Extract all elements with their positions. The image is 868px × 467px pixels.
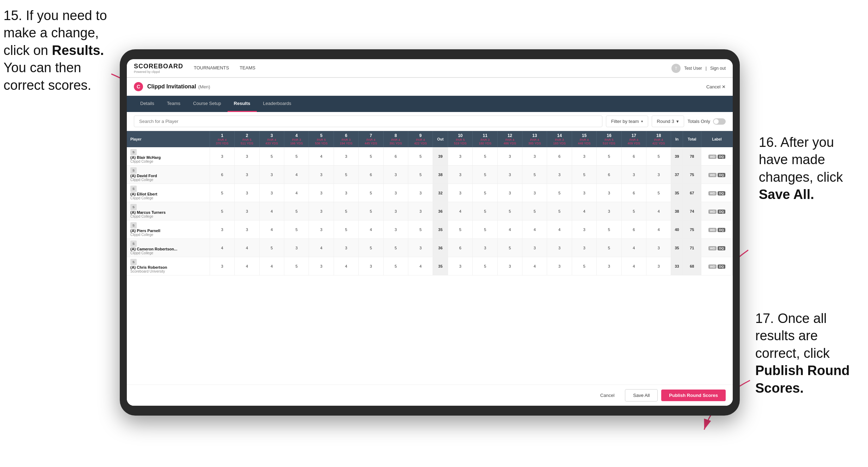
hole-score-14[interactable]: 5 <box>547 184 572 202</box>
hole-score-17[interactable]: 6 <box>621 220 646 239</box>
hole-score-1[interactable]: 3 <box>210 147 234 166</box>
hole-score-12[interactable]: 3 <box>497 257 522 275</box>
hole-score-18[interactable]: 5 <box>646 184 671 202</box>
hole-score-12[interactable]: 4 <box>497 220 522 239</box>
hole-score-11[interactable]: 5 <box>473 257 497 275</box>
sign-out-link[interactable]: Sign out <box>710 66 726 71</box>
dq-badge[interactable]: DQ <box>718 155 725 159</box>
nav-teams[interactable]: TEAMS <box>240 63 255 73</box>
hole-score-7[interactable]: 5 <box>359 147 383 166</box>
hole-score-2[interactable]: 3 <box>235 147 259 166</box>
hole-score-16[interactable]: 5 <box>597 220 621 239</box>
hole-score-1[interactable]: 5 <box>210 202 234 220</box>
hole-score-18[interactable]: 3 <box>646 166 671 184</box>
hole-score-10[interactable]: 4 <box>448 202 472 220</box>
dq-badge[interactable]: DQ <box>718 228 725 232</box>
wd-badge[interactable]: WD <box>708 173 717 177</box>
hole-score-11[interactable]: 3 <box>473 239 497 257</box>
hole-score-11[interactable]: 5 <box>473 147 497 166</box>
hole-score-5[interactable]: 4 <box>309 147 334 166</box>
hole-score-8[interactable]: 5 <box>383 239 408 257</box>
hole-score-12[interactable]: 3 <box>497 166 522 184</box>
hole-score-2[interactable]: 3 <box>235 184 259 202</box>
hole-score-12[interactable]: 5 <box>497 239 522 257</box>
hole-score-2[interactable]: 4 <box>235 239 259 257</box>
hole-score-7[interactable]: 6 <box>359 166 383 184</box>
hole-score-16[interactable]: 5 <box>597 239 621 257</box>
tab-leaderboards[interactable]: Leaderboards <box>257 96 298 112</box>
hole-score-4[interactable]: 5 <box>284 147 309 166</box>
wd-badge[interactable]: WD <box>708 191 717 195</box>
hole-score-3[interactable]: 4 <box>259 220 284 239</box>
tab-teams[interactable]: Teams <box>161 96 187 112</box>
dq-badge[interactable]: DQ <box>718 191 725 195</box>
hole-score-16[interactable]: 6 <box>597 166 621 184</box>
hole-score-5[interactable]: 4 <box>309 239 334 257</box>
hole-score-11[interactable]: 5 <box>473 202 497 220</box>
hole-score-15[interactable]: 3 <box>572 184 596 202</box>
hole-score-5[interactable]: 3 <box>309 202 334 220</box>
wd-badge[interactable]: WD <box>708 246 717 250</box>
hole-score-15[interactable]: 4 <box>572 202 596 220</box>
hole-score-14[interactable]: 3 <box>547 239 572 257</box>
hole-score-15[interactable]: 3 <box>572 220 596 239</box>
hole-score-17[interactable]: 4 <box>621 257 646 275</box>
hole-score-6[interactable]: 3 <box>334 239 358 257</box>
tab-details[interactable]: Details <box>134 96 161 112</box>
hole-score-7[interactable]: 5 <box>359 184 383 202</box>
hole-score-7[interactable]: 4 <box>359 220 383 239</box>
hole-score-5[interactable]: 3 <box>309 166 334 184</box>
hole-score-8[interactable]: 3 <box>383 202 408 220</box>
hole-score-5[interactable]: 3 <box>309 257 334 275</box>
hole-score-12[interactable]: 5 <box>497 202 522 220</box>
hole-score-13[interactable]: 3 <box>522 184 547 202</box>
save-all-button[interactable]: Save All <box>625 389 658 401</box>
hole-score-14[interactable]: 3 <box>547 166 572 184</box>
round-dropdown[interactable]: Round 3 ▾ <box>652 116 684 127</box>
hole-score-4[interactable]: 4 <box>284 184 309 202</box>
hole-score-1[interactable]: 6 <box>210 166 234 184</box>
hole-score-11[interactable]: 5 <box>473 220 497 239</box>
hole-score-13[interactable]: 5 <box>522 166 547 184</box>
hole-score-10[interactable]: 5 <box>448 220 472 239</box>
hole-score-14[interactable]: 6 <box>547 147 572 166</box>
hole-score-12[interactable]: 3 <box>497 147 522 166</box>
hole-score-1[interactable]: 4 <box>210 239 234 257</box>
hole-score-10[interactable]: 6 <box>448 239 472 257</box>
hole-score-7[interactable]: 5 <box>359 239 383 257</box>
hole-score-9[interactable]: 5 <box>408 220 433 239</box>
hole-score-13[interactable]: 4 <box>522 257 547 275</box>
hole-score-8[interactable]: 3 <box>383 184 408 202</box>
hole-score-9[interactable]: 4 <box>408 257 433 275</box>
hole-score-14[interactable]: 3 <box>547 257 572 275</box>
hole-score-6[interactable]: 3 <box>334 147 358 166</box>
hole-score-4[interactable]: 4 <box>284 166 309 184</box>
hole-score-2[interactable]: 3 <box>235 220 259 239</box>
hole-score-18[interactable]: 4 <box>646 220 671 239</box>
hole-score-9[interactable]: 3 <box>408 202 433 220</box>
hole-score-13[interactable]: 5 <box>522 202 547 220</box>
hole-score-18[interactable]: 3 <box>646 239 671 257</box>
hole-score-4[interactable]: 5 <box>284 202 309 220</box>
hole-score-7[interactable]: 5 <box>359 202 383 220</box>
dq-badge[interactable]: DQ <box>718 264 725 269</box>
hole-score-10[interactable]: 3 <box>448 184 472 202</box>
wd-badge[interactable]: WD <box>708 210 717 214</box>
hole-score-13[interactable]: 4 <box>522 220 547 239</box>
hole-score-1[interactable]: 5 <box>210 184 234 202</box>
hole-score-6[interactable]: 4 <box>334 257 358 275</box>
hole-score-17[interactable]: 6 <box>621 184 646 202</box>
hole-score-3[interactable]: 4 <box>259 202 284 220</box>
hole-score-3[interactable]: 5 <box>259 147 284 166</box>
hole-score-2[interactable]: 4 <box>235 257 259 275</box>
dq-badge[interactable]: DQ <box>718 173 725 177</box>
publish-round-button[interactable]: Publish Round Scores <box>661 390 726 401</box>
hole-score-3[interactable]: 3 <box>259 166 284 184</box>
hole-score-3[interactable]: 4 <box>259 257 284 275</box>
hole-score-18[interactable]: 5 <box>646 147 671 166</box>
hole-score-18[interactable]: 4 <box>646 202 671 220</box>
search-input[interactable] <box>134 116 602 127</box>
hole-score-11[interactable]: 5 <box>473 184 497 202</box>
hole-score-7[interactable]: 3 <box>359 257 383 275</box>
hole-score-11[interactable]: 5 <box>473 166 497 184</box>
